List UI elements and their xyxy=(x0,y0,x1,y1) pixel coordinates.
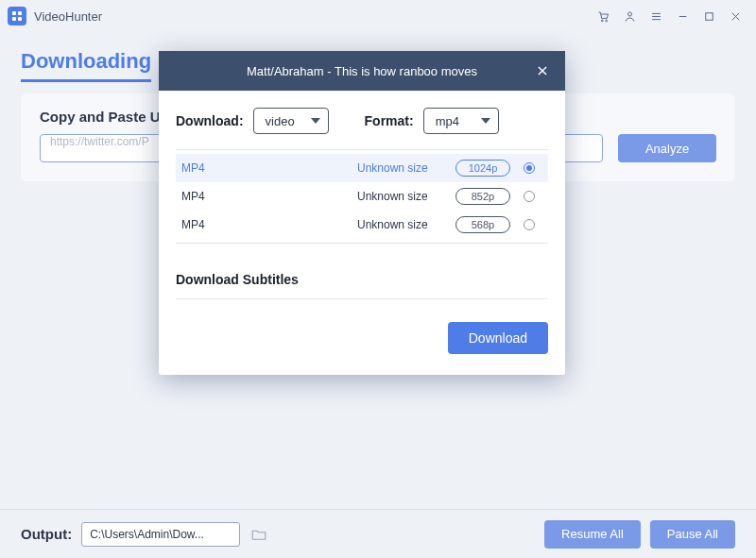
output-label: Output: xyxy=(21,526,72,542)
download-type-select[interactable]: video xyxy=(253,108,329,134)
modal-header: Matt/Abraham - This is how ranboo moves xyxy=(159,51,565,91)
quality-res-badge: 1024p xyxy=(455,160,510,177)
quality-list: MP4 Unknown size 1024p MP4 Unknown size … xyxy=(176,154,548,239)
svg-point-6 xyxy=(627,12,631,16)
quality-row[interactable]: MP4 Unknown size 1024p xyxy=(176,154,548,182)
svg-point-4 xyxy=(601,20,603,22)
quality-size: Unknown size xyxy=(357,161,455,175)
download-modal: Matt/Abraham - This is how ranboo moves … xyxy=(159,51,565,375)
radio-icon[interactable] xyxy=(524,162,535,174)
close-icon[interactable] xyxy=(529,51,556,91)
divider xyxy=(176,298,548,299)
page: Downloading Copy and Paste U https://twi… xyxy=(0,32,756,558)
chevron-down-icon xyxy=(311,118,320,124)
quality-format: MP4 xyxy=(178,161,357,175)
svg-rect-11 xyxy=(705,12,713,20)
download-type-value: video xyxy=(266,114,295,128)
quality-row[interactable]: MP4 Unknown size 852p xyxy=(176,182,548,211)
close-window-icon[interactable] xyxy=(722,3,748,29)
divider xyxy=(176,149,548,150)
svg-rect-2 xyxy=(12,17,16,21)
svg-rect-1 xyxy=(18,11,22,15)
folder-icon[interactable] xyxy=(249,525,268,544)
quality-format: MP4 xyxy=(178,190,357,203)
analyze-button[interactable]: Analyze xyxy=(618,134,716,162)
quality-res-badge: 852p xyxy=(455,188,510,205)
app-name: VideoHunter xyxy=(34,9,102,24)
svg-point-5 xyxy=(605,20,607,22)
footer: Output: C:\Users\Admin\Dow... Resume All… xyxy=(0,509,756,558)
modal-title: Matt/Abraham - This is how ranboo moves xyxy=(247,64,477,78)
chevron-down-icon xyxy=(481,118,490,124)
resume-all-button[interactable]: Resume All xyxy=(544,520,641,549)
svg-rect-0 xyxy=(12,11,16,15)
quality-size: Unknown size xyxy=(357,218,455,231)
titlebar: VideoHunter xyxy=(0,0,756,32)
radio-icon[interactable] xyxy=(524,191,535,202)
radio-icon[interactable] xyxy=(524,219,535,230)
download-type-label: Download: xyxy=(176,113,244,128)
quality-row[interactable]: MP4 Unknown size 568p xyxy=(176,211,548,239)
format-label: Format: xyxy=(365,113,414,128)
download-button[interactable]: Download xyxy=(448,322,548,354)
output-path[interactable]: C:\Users\Admin\Dow... xyxy=(81,522,240,547)
divider xyxy=(176,243,548,244)
maximize-icon[interactable] xyxy=(696,3,722,29)
minimize-icon[interactable] xyxy=(669,3,696,29)
quality-size: Unknown size xyxy=(357,190,455,203)
svg-rect-3 xyxy=(18,17,22,21)
menu-icon[interactable] xyxy=(643,3,669,29)
subtitles-label: Download Subtitles xyxy=(176,272,548,287)
account-icon[interactable] xyxy=(616,3,643,29)
quality-format: MP4 xyxy=(178,218,357,231)
cart-icon[interactable] xyxy=(590,3,616,29)
pause-all-button[interactable]: Pause All xyxy=(650,520,735,549)
tab-downloading[interactable]: Downloading xyxy=(21,49,151,82)
quality-res-badge: 568p xyxy=(455,216,510,233)
format-select[interactable]: mp4 xyxy=(423,108,499,134)
format-value: mp4 xyxy=(436,114,459,128)
app-logo xyxy=(8,7,26,25)
